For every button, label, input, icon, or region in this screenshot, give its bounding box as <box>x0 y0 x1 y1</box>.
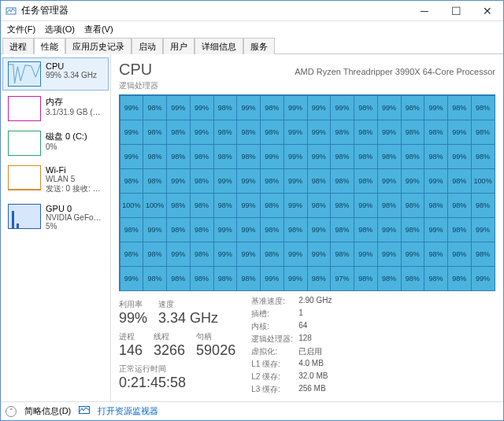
core-cell: 98% <box>330 168 354 194</box>
maximize-button[interactable]: ☐ <box>440 1 472 21</box>
core-cell: 97% <box>330 266 354 291</box>
core-cell: 99% <box>307 242 332 267</box>
core-cell: 99% <box>213 242 238 267</box>
core-cell: 99% <box>471 217 495 242</box>
tab-5[interactable]: 详细信息 <box>195 38 243 54</box>
core-cell: 98% <box>166 120 191 145</box>
menu-file[interactable]: 文件(F) <box>6 24 37 35</box>
core-cell: 98% <box>307 266 332 291</box>
sidebar-item-line2: 3.1/31.9 GB (10%) <box>46 108 103 116</box>
core-cell: 98% <box>354 144 378 169</box>
tab-1[interactable]: 性能 <box>34 38 65 54</box>
core-cell: 99% <box>377 120 402 145</box>
stats-area: 利用率 99% 速度 3.34 GHz 进程 146 <box>119 296 495 395</box>
uptime-value: 0:21:45:58 <box>119 375 235 391</box>
core-cell: 99% <box>236 95 261 120</box>
core-cell: 99% <box>307 120 332 145</box>
core-cell: 98% <box>447 95 472 120</box>
core-cell: 98% <box>166 217 191 242</box>
main-panel: CPU AMD Ryzen Threadripper 3990X 64-Core… <box>111 54 503 401</box>
core-cell: 99% <box>166 242 191 267</box>
core-cell: 98% <box>307 168 332 194</box>
core-cell: 98% <box>377 266 402 291</box>
close-button[interactable]: ✕ <box>472 1 503 21</box>
core-cell: 99% <box>377 217 402 242</box>
core-cell: 99% <box>284 144 308 169</box>
fewer-details-icon[interactable]: ˄ <box>6 406 17 417</box>
stats-left: 利用率 99% 速度 3.34 GHz 进程 146 <box>119 296 235 395</box>
core-cell: 98% <box>424 266 448 291</box>
tab-6[interactable]: 服务 <box>243 38 275 54</box>
threads-value: 3266 <box>154 342 185 359</box>
core-cell: 99% <box>284 266 308 291</box>
svg-rect-1 <box>9 62 40 86</box>
sidebar-item-title: GPU 0 <box>46 204 103 213</box>
core-cell: 98% <box>213 266 238 291</box>
core-cell: 98% <box>471 193 495 218</box>
util-label: 利用率 <box>119 299 147 310</box>
sidebar-item-title: 磁盘 0 (C:) <box>46 131 103 142</box>
tab-4[interactable]: 用户 <box>163 38 195 54</box>
titlebar[interactable]: 任务管理器 ─ ☐ ✕ <box>1 1 503 21</box>
sidebar-item-2[interactable]: 磁盘 0 (C:)0% <box>2 127 109 160</box>
core-cell: 98% <box>424 120 448 145</box>
core-cell: 99% <box>166 168 191 194</box>
main-header: CPU AMD Ryzen Threadripper 3990X 64-Core… <box>119 61 495 79</box>
core-cell: 98% <box>424 242 448 267</box>
core-cell: 98% <box>447 168 472 194</box>
open-resmon-link[interactable]: 打开资源监视器 <box>98 405 158 417</box>
sidebar-item-4[interactable]: GPU 0NVIDIA GeForce...5% <box>2 200 109 235</box>
core-cell: 98% <box>213 120 238 145</box>
sidebar-item-title: Wi-Fi <box>46 165 103 175</box>
sidebar-thumb <box>8 61 41 87</box>
speed-label: 速度 <box>158 299 218 310</box>
core-grid: 99%98%99%99%98%99%98%99%99%99%98%99%98%9… <box>120 95 495 290</box>
core-cell: 99% <box>143 217 167 242</box>
core-cell: 99% <box>401 242 425 267</box>
l2-label: L2 缓存: <box>251 371 298 382</box>
minimize-button[interactable]: ─ <box>409 1 440 21</box>
core-cell: 99% <box>236 242 261 267</box>
task-manager-window: 任务管理器 ─ ☐ ✕ 文件(F) 选项(O) 查看(V) 进程性能应用历史记录… <box>0 0 504 421</box>
tab-3[interactable]: 启动 <box>132 38 163 54</box>
core-cell: 98% <box>260 120 284 145</box>
fewer-details-label[interactable]: 简略信息(D) <box>24 405 71 417</box>
handles-label: 句柄 <box>196 331 235 342</box>
core-cell: 98% <box>260 193 284 218</box>
procs-label: 进程 <box>119 331 143 342</box>
sidebar-item-0[interactable]: CPU99% 3.34 GHz <box>2 57 109 90</box>
core-cell: 99% <box>447 120 472 145</box>
l3-value: 256 MB <box>298 384 332 395</box>
sidebar-item-1[interactable]: 内存3.1/31.9 GB (10%) <box>2 92 109 125</box>
menu-options[interactable]: 选项(O) <box>43 24 76 35</box>
core-cell: 99% <box>354 242 378 267</box>
sidebar-item-3[interactable]: Wi-FiWLAN 5发送: 0 接收: 0 Kbps <box>2 161 109 198</box>
core-cell: 98% <box>190 266 214 291</box>
core-cell: 98% <box>401 193 425 218</box>
core-cell: 99% <box>307 217 332 242</box>
core-cell: 99% <box>236 193 261 218</box>
menubar: 文件(F) 选项(O) 查看(V) <box>1 21 503 37</box>
core-cell: 99% <box>190 95 214 120</box>
core-cell: 98% <box>120 217 144 242</box>
sockets-value: 1 <box>298 308 332 319</box>
core-cell: 98% <box>260 95 284 120</box>
core-cell: 99% <box>447 144 472 169</box>
menu-view[interactable]: 查看(V) <box>83 24 115 35</box>
core-cell: 98% <box>190 193 214 218</box>
resmon-icon[interactable] <box>79 406 90 417</box>
core-cell: 99% <box>330 95 354 120</box>
sidebar-item-line2: 99% 3.34 GHz <box>46 71 103 79</box>
lprocs-label: 逻辑处理器: <box>251 334 298 345</box>
l3-label: L3 缓存: <box>251 384 298 395</box>
tab-2[interactable]: 应用历史记录 <box>65 38 132 54</box>
tab-0[interactable]: 进程 <box>2 38 34 54</box>
core-cell: 98% <box>190 168 214 194</box>
content: CPU99% 3.34 GHz内存3.1/31.9 GB (10%)磁盘 0 (… <box>1 54 503 401</box>
core-cell: 98% <box>120 242 144 267</box>
sidebar-item-line3: 5% <box>46 222 103 231</box>
virt-value: 已启用 <box>298 346 332 357</box>
core-cell: 98% <box>284 217 308 242</box>
core-cell: 98% <box>401 266 425 291</box>
graph-caption: 逻辑处理器 <box>119 80 495 91</box>
